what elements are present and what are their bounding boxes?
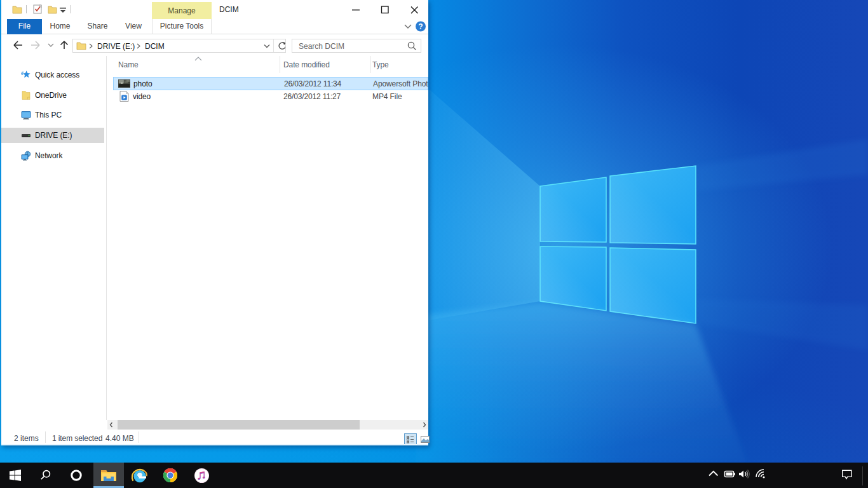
svg-text:?: ?	[418, 22, 423, 31]
svg-text:DRIVE (E:): DRIVE (E:)	[97, 42, 135, 51]
svg-text:DCIM: DCIM	[145, 42, 165, 51]
